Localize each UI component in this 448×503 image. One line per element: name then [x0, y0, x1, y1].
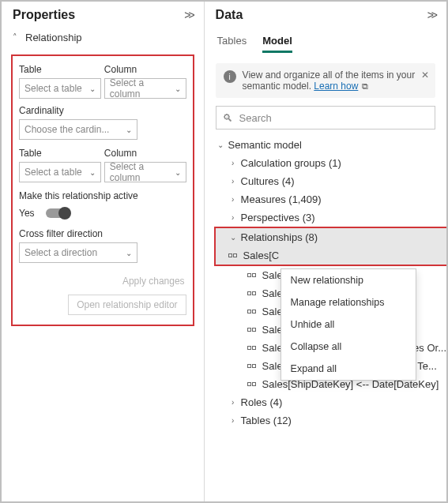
- column1-select[interactable]: Select a column ⌄: [104, 78, 186, 99]
- ctx-expand-all[interactable]: Expand all: [281, 358, 416, 380]
- tree-tables[interactable]: ›Tables (12): [205, 411, 446, 430]
- apply-changes-button[interactable]: Apply changes: [121, 272, 186, 290]
- tree-roles[interactable]: ›Roles (4): [205, 393, 446, 411]
- tree-relationships[interactable]: ⌄Relationships (8): [228, 228, 446, 246]
- column2-label: Column: [104, 148, 186, 159]
- column1-label: Column: [104, 64, 186, 75]
- open-relationship-editor-button[interactable]: Open relationship editor: [68, 295, 186, 315]
- data-title: Data: [216, 8, 243, 22]
- tree-relationships-selected: ⌄Relationships (8) Sales[C: [214, 227, 446, 266]
- tree-cultures[interactable]: ›Cultures (4): [205, 172, 446, 190]
- table1-label: Table: [19, 64, 101, 75]
- data-header: Data >>: [205, 2, 446, 27]
- ctx-unhide-all[interactable]: Unhide all: [281, 313, 416, 336]
- search-input[interactable]: 🔍︎ Search: [216, 106, 435, 130]
- info-icon: i: [224, 70, 236, 83]
- active-value: Yes: [19, 208, 35, 219]
- search-icon: 🔍︎: [223, 112, 233, 124]
- cardinality-label: Cardinality: [19, 105, 186, 116]
- app-frame: Properties >> ˄ Relationship Table Selec…: [0, 0, 448, 503]
- relationship-icon: [247, 310, 256, 313]
- tree-measures[interactable]: ›Measures (1,409): [205, 190, 446, 208]
- relationship-icon: [228, 253, 237, 257]
- relationship-icon: [247, 291, 256, 295]
- learn-how-link[interactable]: Learn how: [314, 81, 358, 92]
- crossfilter-select[interactable]: Select a direction ⌄: [19, 242, 137, 263]
- properties-pane: Properties >> ˄ Relationship Table Selec…: [2, 2, 205, 501]
- chevron-right-icon: ›: [228, 398, 238, 407]
- ctx-collapse-all[interactable]: Collapse all: [281, 336, 416, 358]
- ctx-new-relationship[interactable]: New relationship: [281, 269, 416, 291]
- cardinality-placeholder: Choose the cardin...: [24, 124, 109, 135]
- chevron-down-icon: ⌄: [216, 141, 225, 149]
- tab-tables[interactable]: Tables: [217, 30, 247, 53]
- properties-title: Properties: [13, 8, 75, 22]
- table2-placeholder: Select a table: [24, 167, 82, 178]
- tree-root[interactable]: ⌄Semantic model: [205, 136, 446, 154]
- cardinality-select[interactable]: Choose the cardin... ⌄: [19, 119, 137, 140]
- crossfilter-placeholder: Select a direction: [24, 247, 97, 258]
- chevron-right-icon: ›: [228, 177, 238, 186]
- table2-label: Table: [19, 148, 101, 159]
- chevron-right-icon: ›: [228, 213, 238, 222]
- chevron-down-icon: ⌄: [126, 249, 132, 257]
- relationship-icon: [247, 346, 256, 350]
- chevron-down-icon: ⌄: [175, 168, 181, 177]
- crossfilter-label: Cross filter direction: [19, 228, 186, 239]
- column1-placeholder: Select a column: [110, 77, 175, 99]
- relationship-icon: [247, 328, 256, 332]
- close-icon[interactable]: ✕: [421, 69, 429, 81]
- info-text: View and organize all of the items in yo…: [243, 69, 427, 92]
- relationship-section-header[interactable]: ˄ Relationship: [2, 27, 204, 54]
- chevron-down-icon: ⌄: [228, 233, 238, 242]
- tree-perspectives[interactable]: ›Perspectives (3): [205, 208, 446, 227]
- chevron-down-icon: ⌄: [126, 126, 132, 134]
- ctx-manage-relationships[interactable]: Manage relationships: [281, 291, 416, 313]
- collapse-pane-icon[interactable]: >>: [427, 9, 435, 21]
- relationship-icon: [247, 382, 256, 386]
- relationship-icon: [247, 273, 256, 277]
- tab-model[interactable]: Model: [262, 30, 292, 53]
- column2-placeholder: Select a column: [110, 161, 175, 183]
- relationship-section-label: Relationship: [25, 32, 82, 43]
- table2-select[interactable]: Select a table ⌄: [19, 162, 101, 182]
- chevron-right-icon: ›: [228, 195, 238, 204]
- column2-select[interactable]: Select a column ⌄: [104, 162, 186, 182]
- active-label: Make this relationship active: [19, 190, 186, 201]
- context-menu: New relationship Manage relationships Un…: [280, 268, 416, 381]
- table1-placeholder: Select a table: [24, 83, 82, 94]
- relationship-icon: [247, 364, 256, 368]
- chevron-right-icon: ›: [228, 416, 238, 425]
- chevron-down-icon: ⌄: [175, 84, 181, 93]
- tree-calculation-groups[interactable]: ›Calculation groups (1): [205, 154, 446, 172]
- tree-relationship-item[interactable]: Sales[C: [228, 246, 446, 265]
- search-placeholder: Search: [239, 112, 272, 124]
- info-banner: i View and organize all of the items in …: [216, 63, 435, 98]
- active-toggle[interactable]: [46, 208, 70, 218]
- external-link-icon: ⧉: [360, 81, 368, 91]
- table1-select[interactable]: Select a table ⌄: [19, 78, 101, 99]
- properties-header: Properties >>: [2, 2, 204, 27]
- data-pane: Data >> Tables Model i View and organize…: [205, 2, 446, 501]
- chevron-up-icon: ˄: [13, 32, 17, 43]
- data-tabs: Tables Model: [205, 30, 446, 54]
- relationship-form: Table Select a table ⌄ Column Select a c…: [11, 54, 194, 326]
- collapse-pane-icon[interactable]: >>: [184, 9, 192, 21]
- chevron-down-icon: ⌄: [89, 168, 96, 177]
- chevron-right-icon: ›: [228, 159, 238, 167]
- chevron-down-icon: ⌄: [89, 84, 96, 93]
